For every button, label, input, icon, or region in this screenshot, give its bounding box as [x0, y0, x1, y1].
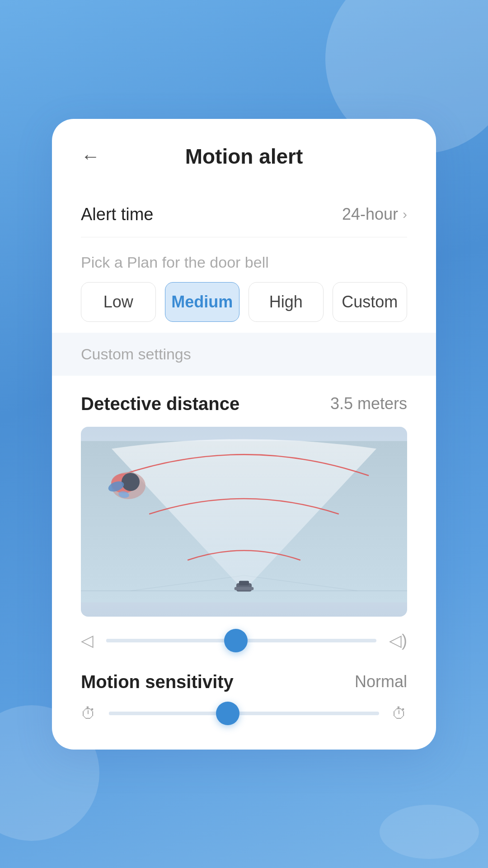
svg-rect-12 — [235, 587, 253, 590]
distance-value: 3.5 meters — [330, 394, 407, 413]
plan-btn-low[interactable]: Low — [81, 282, 156, 322]
plan-buttons-group: Low Medium High Custom — [81, 282, 407, 322]
distance-slider-row: ◁ ◁) — [81, 631, 407, 650]
distance-slider-fill — [106, 639, 236, 642]
svg-rect-11 — [239, 580, 249, 585]
alert-time-chevron: › — [403, 207, 407, 222]
back-button[interactable]: ← — [81, 147, 100, 166]
bg-decoration-bottom-right — [380, 805, 479, 859]
custom-settings-label: Custom settings — [81, 345, 191, 363]
clock-right-icon: ⏱ — [392, 705, 407, 722]
alert-time-label: Alert time — [81, 205, 153, 224]
sensitivity-slider-thumb[interactable] — [216, 702, 239, 725]
sensitivity-slider[interactable] — [109, 712, 379, 715]
bird-decoration — [99, 454, 158, 508]
plan-btn-high[interactable]: High — [249, 282, 324, 322]
sensitivity-label: Motion sensitivity — [81, 672, 234, 692]
distance-header: Detective distance 3.5 meters — [81, 394, 407, 414]
volume-low-icon: ◁ — [81, 631, 94, 650]
motion-sensitivity-section: Motion sensitivity Normal ⏱ ⏱ — [81, 672, 407, 722]
page-title: Motion alert — [81, 144, 407, 169]
detection-visual — [81, 427, 407, 617]
sensitivity-slider-row: ⏱ ⏱ — [81, 705, 407, 722]
plan-btn-medium[interactable]: Medium — [165, 282, 240, 322]
plan-btn-custom[interactable]: Custom — [333, 282, 408, 322]
distance-slider-thumb[interactable] — [224, 629, 248, 652]
sensitivity-value: Normal — [355, 672, 407, 691]
svg-point-3 — [122, 473, 140, 491]
alert-time-value: 24-hour › — [342, 205, 407, 224]
sensitivity-slider-fill — [109, 712, 228, 715]
detective-distance-section: Detective distance 3.5 meters — [81, 394, 407, 650]
sensitivity-header: Motion sensitivity Normal — [81, 672, 407, 692]
plan-description: Pick a Plan for the door bell — [81, 254, 407, 271]
main-card: ← Motion alert Alert time 24-hour › Pick… — [52, 119, 436, 750]
volume-high-icon: ◁) — [389, 631, 407, 650]
distance-slider[interactable] — [106, 639, 376, 642]
header: ← Motion alert — [81, 144, 407, 169]
clock-left-icon: ⏱ — [81, 705, 96, 722]
custom-settings-bar: Custom settings — [52, 333, 436, 376]
distance-label: Detective distance — [81, 394, 239, 414]
alert-time-row[interactable]: Alert time 24-hour › — [81, 192, 407, 237]
